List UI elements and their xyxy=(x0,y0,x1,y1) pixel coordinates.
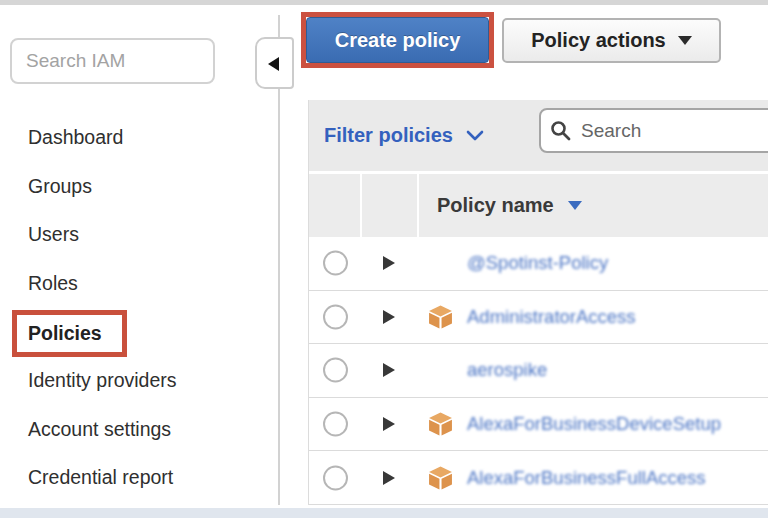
create-policy-button[interactable]: Create policy xyxy=(306,17,489,63)
caret-right-icon[interactable] xyxy=(383,417,395,431)
chevron-down-icon xyxy=(466,130,484,141)
table-row: @Spotinst-Policy xyxy=(309,237,768,291)
select-policy-radio[interactable] xyxy=(323,412,348,437)
table-row: AdministratorAccess xyxy=(309,291,768,345)
caret-right-icon[interactable] xyxy=(383,310,395,324)
aws-cube-icon xyxy=(428,412,453,437)
header-cell-policy-name: Policy name xyxy=(419,174,768,237)
top-edge-strip xyxy=(0,0,768,5)
chevron-left-icon xyxy=(268,57,279,71)
sidebar-item-policies[interactable]: Policies xyxy=(28,322,102,345)
search-iam-input[interactable] xyxy=(10,38,215,84)
policy-search-input[interactable] xyxy=(579,119,753,143)
policy-name-sort-header[interactable]: Policy name xyxy=(437,174,582,237)
header-cell-expand xyxy=(362,174,417,237)
select-policy-radio[interactable] xyxy=(323,304,348,329)
select-policy-radio[interactable] xyxy=(323,358,348,383)
policy-table-body: @Spotinst-Policy AdministratorAccess aer… xyxy=(309,237,768,505)
sidebar-item-account-settings[interactable]: Account settings xyxy=(28,415,171,443)
caret-right-icon[interactable] xyxy=(383,256,395,270)
sidebar-collapse-tab[interactable] xyxy=(255,37,294,89)
bottom-edge-strip xyxy=(0,508,768,518)
filter-bar: Filter policies xyxy=(309,100,768,171)
sidebar-item-identity-providers[interactable]: Identity providers xyxy=(28,366,177,394)
policy-search-box[interactable] xyxy=(539,108,768,153)
select-policy-radio[interactable] xyxy=(323,251,348,276)
policies-highlight-annotation: Policies xyxy=(12,310,127,357)
policy-name-link[interactable]: AdministratorAccess xyxy=(467,306,636,328)
table-row: AlexaForBusinessFullAccess xyxy=(309,451,768,505)
filter-policies-label: Filter policies xyxy=(324,124,453,147)
caret-right-icon[interactable] xyxy=(383,471,395,485)
policy-name-header-label: Policy name xyxy=(437,194,554,217)
sidebar-item-users[interactable]: Users xyxy=(28,220,79,248)
create-policy-highlight-annotation: Create policy xyxy=(301,12,494,68)
policy-actions-label: Policy actions xyxy=(531,29,666,52)
caret-down-icon xyxy=(568,201,582,210)
caret-down-icon xyxy=(678,36,692,45)
header-cell-select xyxy=(309,174,360,237)
select-policy-radio[interactable] xyxy=(323,465,348,490)
sidebar-item-credential-report[interactable]: Credential report xyxy=(28,463,173,491)
policy-name-link[interactable]: aerospike xyxy=(467,359,547,381)
table-row: AlexaForBusinessDeviceSetup xyxy=(309,398,768,452)
policy-name-link[interactable]: AlexaForBusinessFullAccess xyxy=(467,467,706,489)
table-row: aerospike xyxy=(309,344,768,398)
caret-right-icon[interactable] xyxy=(383,363,395,377)
policy-name-link[interactable]: @Spotinst-Policy xyxy=(467,252,608,274)
aws-cube-icon xyxy=(428,465,453,490)
sidebar-item-roles[interactable]: Roles xyxy=(28,269,78,297)
sidebar-item-dashboard[interactable]: Dashboard xyxy=(28,123,123,151)
sidebar-item-groups[interactable]: Groups xyxy=(28,172,92,200)
filter-policies-dropdown[interactable]: Filter policies xyxy=(324,100,484,171)
policy-name-link[interactable]: AlexaForBusinessDeviceSetup xyxy=(467,413,721,435)
magnifier-icon xyxy=(550,120,571,141)
policy-actions-button[interactable]: Policy actions xyxy=(502,18,721,63)
aws-cube-icon xyxy=(428,304,453,329)
